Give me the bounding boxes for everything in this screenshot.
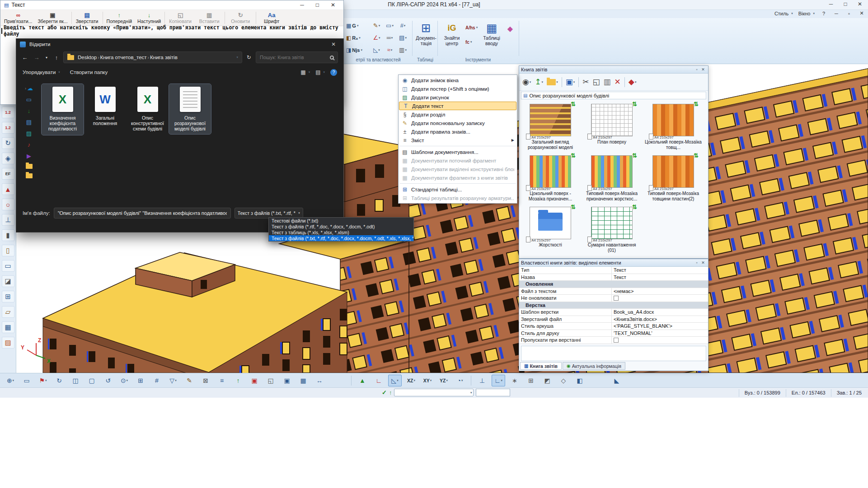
compose-button[interactable]: ▤Зверстати <box>73 10 102 26</box>
refresh-icon[interactable]: ↻ <box>244 54 254 60</box>
coords-icon[interactable]: ⊥ <box>475 375 489 386</box>
menu-item[interactable]: ±Додати правила знаків... <box>399 127 517 136</box>
window-menu[interactable]: Вікно▾ <box>798 11 815 16</box>
compass-icon[interactable]: ◔▾ <box>453 375 467 386</box>
delete-icon[interactable]: ✕ <box>613 75 622 89</box>
menu-item[interactable]: ТДодати текст <box>399 102 516 110</box>
property-value[interactable] <box>612 295 708 302</box>
list-icon[interactable]: ≡ <box>215 375 229 386</box>
red-mark-icon[interactable]: ▣ <box>248 375 261 386</box>
menu-item[interactable]: ✎Додати пояснювальну записку <box>399 119 517 127</box>
report-book-path[interactable]: ▤ Опис розрахункової моделі будівлі <box>521 92 706 99</box>
pin-icon[interactable]: ▫ <box>694 260 700 265</box>
g-button[interactable]: ▦G▾ <box>345 20 369 31</box>
beam-icon[interactable]: ⊥ <box>2 214 14 226</box>
icons-view-button[interactable]: ▦▾ <box>300 69 310 75</box>
checkbox[interactable] <box>614 296 619 301</box>
fit-view-icon[interactable]: ▢ <box>85 375 99 386</box>
view-xy-button[interactable]: XY▾ <box>421 375 434 386</box>
rotate-view-icon[interactable]: ↻ <box>52 375 66 386</box>
property-value[interactable]: <'PAGE_STYLE_BLANK'> <box>612 323 708 330</box>
close-icon[interactable]: ✕ <box>700 260 706 265</box>
search-input[interactable] <box>260 55 330 60</box>
center-view-icon[interactable]: ⊙▾ <box>117 375 131 386</box>
report-item[interactable]: ⇅A4 210x297Цокольний поверх-Мозаїка товщ… <box>645 102 702 153</box>
filetype-option[interactable]: Текст з файлів (*.txt, *.rtf, *.doc, *.d… <box>269 235 413 241</box>
downloads-icon[interactable]: ↓ <box>28 107 31 114</box>
beam-line-icon[interactable]: ═▾ <box>384 32 396 43</box>
property-value[interactable]: <немає> <box>612 288 708 295</box>
snap-grid-icon[interactable]: #▾ <box>397 20 409 31</box>
triangle-mesh-icon[interactable]: ◺▾ <box>371 44 383 56</box>
link-icon[interactable]: ◆▾ <box>627 75 638 89</box>
fc-button[interactable]: fc▾ <box>465 37 478 47</box>
maximize-button[interactable]: □ <box>316 2 319 8</box>
blue-mark-icon[interactable]: ▣ <box>280 375 294 386</box>
report-item[interactable]: ⇅A4 210x297Типовий поверх-Мозаїка товщин… <box>645 153 702 205</box>
draw-rod-icon[interactable]: ✎▾ <box>371 20 383 31</box>
render-icon[interactable]: ◧ <box>573 375 586 386</box>
dim-y-icon[interactable]: 1.2 <box>2 122 14 134</box>
report-item[interactable]: ⇅A4 210x297Загальний вигляд розрахунково… <box>522 102 579 153</box>
slab-icon[interactable]: ▭ <box>2 260 14 272</box>
menu-item[interactable]: ▤Шаблони документування... <box>399 148 517 156</box>
recent-locations-button[interactable]: ▾ <box>43 56 50 60</box>
back-button[interactable]: ← <box>20 54 30 61</box>
support-icon[interactable]: ▲ <box>2 183 14 195</box>
grid-icon[interactable]: ▦ <box>2 321 14 333</box>
new-folder-button[interactable]: Створити папку <box>70 70 108 75</box>
property-value[interactable] <box>612 337 708 344</box>
property-value[interactable]: Текст <box>612 274 708 281</box>
open-folder-icon[interactable]: ▾ <box>545 75 559 89</box>
report-item[interactable]: ⇅A4 210x297План поверху <box>583 102 640 153</box>
copy-fragment-icon[interactable]: ◱ <box>264 375 277 386</box>
njs-button[interactable]: ◨Njs▾ <box>345 44 369 56</box>
axes-icon[interactable]: ∟ <box>372 375 385 386</box>
maximize-button[interactable]: □ <box>839 1 852 7</box>
hinge-icon[interactable]: ○ <box>2 199 14 210</box>
flags-icon[interactable]: ⚑▾ <box>36 375 50 386</box>
menu-item[interactable]: ≡Зміст▶ <box>399 136 517 144</box>
menu-item[interactable]: ◉Додати знімок вікна <box>399 76 517 84</box>
checkbox[interactable] <box>614 338 619 343</box>
folder-icon[interactable] <box>26 164 33 169</box>
import-icon[interactable]: ↥▾ <box>533 75 544 89</box>
zoom-window-icon[interactable]: ▭ <box>20 375 33 386</box>
property-value[interactable]: 'TEXT_NORMAL' <box>612 330 708 337</box>
find-center-button[interactable]: iGЗнайтицентр <box>439 20 464 57</box>
font-button[interactable]: AaШрифт <box>257 10 286 26</box>
selection-icon[interactable]: ⊠ <box>199 375 212 386</box>
zoom-icon[interactable]: ⊕▾ <box>4 375 17 386</box>
music-icon[interactable]: ♪ <box>28 141 31 148</box>
spline-icon[interactable]: ≈▾ <box>384 44 396 56</box>
paint-icon[interactable]: ▨ <box>2 337 14 349</box>
breadcrumb-item[interactable]: Книга отчетов_тест <box>99 55 148 60</box>
help-icon[interactable]: ? <box>330 69 337 76</box>
report-wizard-icon[interactable]: ◆ <box>504 23 516 34</box>
up-button[interactable]: ↑ <box>52 54 61 61</box>
child-restore-button[interactable]: ▫ <box>845 11 853 16</box>
up-arrow-icon[interactable]: ↑ <box>389 389 392 396</box>
r0-button[interactable]: ◧R₀▾ <box>345 32 369 43</box>
snapshot-icon[interactable]: ◉▾ <box>521 75 532 89</box>
property-value[interactable]: Book_ua_A4.docx <box>612 309 708 316</box>
shade-icon[interactable]: ◩ <box>540 375 554 386</box>
mesh-icon[interactable]: ⊞ <box>2 291 14 302</box>
status-field[interactable] <box>476 389 510 396</box>
split-view-icon[interactable]: ◫ <box>69 375 82 386</box>
isometry-icon[interactable]: ◺▾ <box>388 375 402 386</box>
save-as-button[interactable]: ▣Зберегти як... <box>35 10 70 26</box>
report-item[interactable]: ⇅A4 210x297Сумарні навантаження (01) <box>583 205 640 256</box>
wireframe-icon[interactable]: ◇ <box>557 375 570 386</box>
filetype-option[interactable]: Текст з таблиць (*.xls, *.xlsx, *.xlsm) <box>269 229 413 235</box>
local-axes-icon[interactable]: ∗ <box>508 375 521 386</box>
close-button[interactable]: ✕ <box>854 1 866 7</box>
report-item[interactable]: ⇅A4 210x297Жорсткості <box>522 205 579 256</box>
ucs-icon[interactable]: ∟▾ <box>492 375 505 386</box>
pack-icon[interactable]: ↔ <box>313 375 326 386</box>
input-tables-button[interactable]: ▦Таблицівводу <box>479 20 504 57</box>
draw-plate-icon[interactable]: ▭▾ <box>384 20 396 31</box>
a-hs-button[interactable]: A/hs▾ <box>465 23 478 33</box>
status-filter-combo[interactable]: ▾ <box>394 389 474 396</box>
save-icon[interactable]: ▣▾ <box>564 75 577 89</box>
